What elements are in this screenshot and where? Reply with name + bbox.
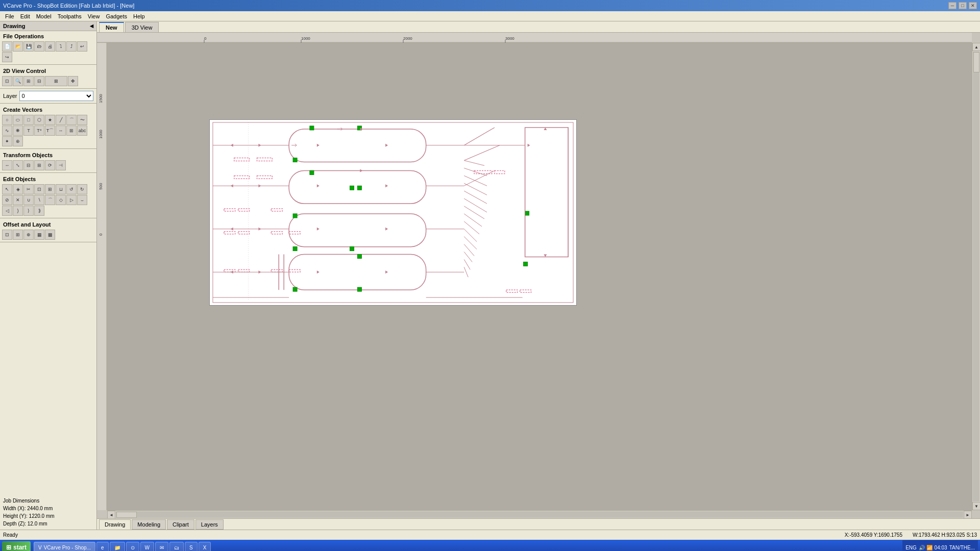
zoom-extents-btn[interactable]: ⊡ — [2, 76, 12, 86]
layer-select[interactable]: 0 — [19, 91, 93, 101]
pan-btn[interactable]: ✥ — [68, 76, 78, 86]
restore-btn[interactable]: □ — [959, 2, 967, 9]
taskbar-word[interactable]: W — [140, 542, 154, 551]
taskbar-chrome[interactable]: ⊙ — [126, 542, 139, 551]
mirror-btn[interactable]: ⊣ — [56, 160, 66, 170]
drawing-area[interactable] — [209, 119, 577, 306]
nesting-btn[interactable]: ▦ — [34, 230, 44, 240]
print-btn[interactable]: 🖨 — [45, 41, 55, 52]
text-on-curve-btn[interactable]: T⌒ — [45, 126, 55, 136]
minimize-btn[interactable]: ─ — [948, 2, 957, 9]
offset-curve-btn[interactable]: ↻ — [77, 184, 87, 194]
collapse-icon[interactable]: ◀ — [90, 23, 93, 29]
scroll-h-thumb[interactable] — [116, 512, 137, 518]
table-btn[interactable]: ⊞ — [66, 126, 77, 136]
scroll-down-btn[interactable]: ▼ — [972, 502, 980, 510]
view-all-btn[interactable]: ⊠ — [45, 76, 67, 86]
start-button[interactable]: ⊞ start — [2, 541, 31, 551]
zoom-selection-btn[interactable]: ⊞ — [23, 76, 34, 86]
scroll-up-btn[interactable]: ▲ — [972, 43, 980, 51]
tab-clipart[interactable]: Clipart — [167, 519, 194, 530]
zoom-in-btn[interactable]: 🔍 — [13, 76, 23, 86]
text-arc-btn[interactable]: Tᵃ — [34, 126, 44, 136]
node-edit-btn[interactable]: ◈ — [13, 184, 23, 194]
offset-btn[interactable]: ⊡ — [2, 230, 12, 240]
menu-toolpaths[interactable]: Toolpaths — [55, 12, 85, 20]
scroll-left-btn[interactable]: ◄ — [107, 511, 115, 518]
draw-star-btn[interactable]: ★ — [45, 115, 55, 125]
rotate-btn[interactable]: ⟳ — [45, 160, 55, 170]
smart-span-btn[interactable]: ❋ — [13, 126, 23, 136]
node-smooth-btn[interactable]: ⌒ — [45, 195, 55, 205]
scale-btn[interactable]: ⤡ — [13, 160, 23, 170]
h-scrollbar[interactable]: ◄ ► — [107, 510, 972, 518]
draw-poly-btn[interactable]: ⬡ — [34, 115, 44, 125]
circular-array-btn[interactable]: ⊕ — [23, 230, 34, 240]
tab-drawing[interactable]: Drawing — [99, 519, 131, 530]
export-btn[interactable]: ⤴ — [66, 41, 77, 52]
extend-btn[interactable]: ⟩ — [23, 206, 34, 216]
arc-extend-btn[interactable]: ) — [13, 206, 23, 216]
menu-gadgets[interactable]: Gadgets — [103, 12, 130, 20]
taskbar-ie[interactable]: e — [96, 542, 109, 551]
v-scrollbar[interactable]: ▲ ▼ — [972, 43, 980, 510]
fillet-btn[interactable]: ⌣ — [77, 195, 87, 205]
scroll-right-btn[interactable]: ► — [964, 511, 972, 518]
boolean-sub-btn[interactable]: ∖ — [34, 195, 44, 205]
symbol-btn[interactable]: ⊕ — [13, 136, 23, 146]
draw-arc-btn[interactable]: ⌒ — [66, 115, 77, 125]
join-btn[interactable]: ⊔ — [56, 184, 66, 194]
main-canvas[interactable] — [107, 43, 972, 510]
menu-model[interactable]: Model — [33, 12, 55, 20]
redo-btn[interactable]: ↪ — [2, 52, 12, 62]
boolean-union-btn[interactable]: ∪ — [23, 195, 34, 205]
sharp-corner-btn[interactable]: ▷ — [66, 195, 77, 205]
dimension-btn[interactable]: ↔ — [56, 126, 66, 136]
nest-sheets-btn[interactable]: ▩ — [45, 230, 55, 240]
taskbar-skype[interactable]: S — [185, 542, 198, 551]
scroll-v-thumb[interactable] — [973, 52, 979, 72]
tab-layers[interactable]: Layers — [195, 519, 224, 530]
zoom-fit-btn[interactable]: ⊟ — [34, 76, 44, 86]
undo-btn[interactable]: ↩ — [77, 41, 87, 52]
taskbar-folder[interactable]: 📁 — [110, 542, 125, 551]
spiral-btn[interactable]: ⟫ — [34, 206, 44, 216]
align-h-btn[interactable]: ⊟ — [23, 160, 34, 170]
close-btn2[interactable]: ↺ — [66, 184, 77, 194]
taskbar-vcarve[interactable]: V VCarve Pro - Shop... — [34, 542, 95, 551]
group-btn[interactable]: ⊡ — [34, 184, 44, 194]
menu-help[interactable]: Help — [130, 12, 148, 20]
align-v-btn[interactable]: ⊞ — [34, 160, 44, 170]
tab-3d[interactable]: 3D View — [125, 22, 159, 32]
tab-new[interactable]: New — [99, 22, 124, 32]
window-controls[interactable]: ─ □ ✕ — [948, 2, 977, 9]
draw-bezier-btn[interactable]: ∿ — [2, 126, 12, 136]
ungroup-btn[interactable]: ⊞ — [45, 184, 55, 194]
text-btn[interactable]: T — [23, 126, 34, 136]
menu-view[interactable]: View — [85, 12, 103, 20]
select-btn[interactable]: ↖ — [2, 184, 12, 194]
menu-file[interactable]: File — [2, 12, 17, 20]
taskbar-excel[interactable]: X — [199, 542, 211, 551]
tab-modeling[interactable]: Modeling — [132, 519, 166, 530]
draw-spline-btn[interactable]: 〜 — [77, 115, 87, 125]
shape-btn[interactable]: ✦ — [2, 136, 12, 146]
draw-line-btn[interactable]: ╱ — [56, 115, 66, 125]
menu-edit[interactable]: Edit — [17, 12, 33, 20]
chamfer-btn[interactable]: ◁ — [2, 206, 12, 216]
draw-rect-btn[interactable]: □ — [23, 115, 34, 125]
move-btn[interactable]: ↔ — [2, 160, 12, 170]
array-copy-btn[interactable]: ⊞ — [13, 230, 23, 240]
taskbar-files[interactable]: 🗂 — [169, 542, 184, 551]
abc-btn[interactable]: abc — [77, 126, 87, 136]
bezier-node-btn[interactable]: ◇ — [56, 195, 66, 205]
save-btn[interactable]: 💾 — [23, 41, 34, 52]
new-file-btn[interactable]: 📄 — [2, 41, 12, 52]
save-local-btn[interactable]: 🗁 — [34, 41, 44, 52]
taskbar-outlook[interactable]: ✉ — [155, 542, 168, 551]
import-btn[interactable]: ⤵ — [56, 41, 66, 52]
open-btn[interactable]: 📂 — [13, 41, 23, 52]
draw-ellipse-btn[interactable]: ⬭ — [13, 115, 23, 125]
smart-remove-btn[interactable]: ⊘ — [2, 195, 12, 205]
trim-btn[interactable]: ✂ — [23, 184, 34, 194]
